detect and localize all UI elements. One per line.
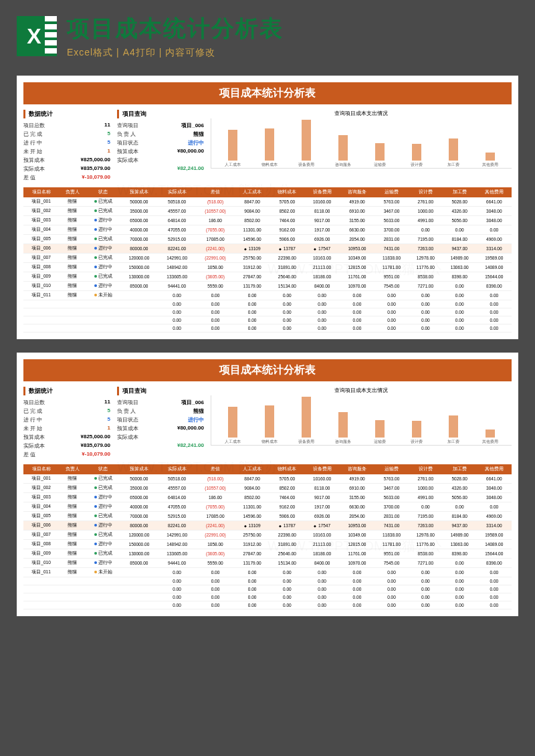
- chart-bar-label: 加工费: [447, 162, 459, 168]
- stats-title-1: 数据统计: [23, 387, 110, 395]
- stats-title-1: 数据统计: [23, 110, 110, 118]
- stat-label: 已 完 成: [23, 130, 42, 138]
- table-header: 人工成本: [235, 187, 270, 197]
- stat-label: 已 完 成: [23, 407, 42, 415]
- stat-value: ¥80,000.00: [177, 148, 204, 155]
- table-header: 咨询服务: [340, 187, 374, 197]
- table-row: 项目_005熊猫已完成70000.0052915.0017085.00 1459…: [23, 512, 512, 521]
- table-header: 状态: [86, 464, 120, 474]
- stat-label: 差 值: [23, 451, 35, 458]
- cost-table: 项目名称负责人状态预算成本实际成本差值人工成本物料成本设备费用咨询服务运输费设计…: [23, 187, 512, 333]
- spreadsheet-page: WWW.TKPPT.COM 熊猫办公WWW.TKPPT.COM 熊猫办公项目成本…: [17, 76, 518, 339]
- stat-value: ¥835,079.00: [81, 165, 111, 173]
- stat-value: ¥825,000.00: [81, 157, 111, 164]
- header-text: 项目成本统计分析表 Excel格式 | A4打印 | 内容可修改: [67, 13, 518, 59]
- chart-bar-label: 设备费用: [298, 439, 314, 445]
- table-row: 项目_004熊猫进行中40000.0047055.00(7055.00) 113…: [23, 502, 512, 512]
- table-header: 设计费: [409, 464, 443, 474]
- chart-bar: [265, 405, 274, 438]
- table-header: 负责人: [59, 464, 86, 474]
- chart-title: 查询项目成本支出情况: [211, 110, 512, 117]
- stat-label: 项目状态: [117, 416, 138, 423]
- cost-table: 项目名称负责人状态预算成本实际成本差值人工成本物料成本设备费用咨询服务运输费设计…: [23, 464, 512, 609]
- stat-value: ¥-10,079.00: [82, 451, 110, 458]
- stat-label: 预算成本: [23, 157, 45, 164]
- stat-value: 5: [108, 416, 110, 423]
- stat-label: 实际成本: [23, 442, 45, 450]
- page-title: 项目成本统计分析表: [23, 359, 512, 381]
- stats-title-2: 项目查询: [117, 387, 204, 395]
- table-header: 人工成本: [235, 464, 270, 474]
- bar-chart: 人工成本物料成本设备费用咨询服务运输费设计费加工费其他费用: [211, 395, 512, 446]
- table-header: 设备费用: [305, 187, 340, 197]
- table-row: 项目_007熊猫已完成120000.00142991.00(22991.00) …: [23, 531, 512, 540]
- chart-bar-label: 物料成本: [261, 162, 278, 168]
- stat-value: 1: [108, 425, 110, 432]
- table-header: 差值: [196, 187, 235, 197]
- table-row: 项目_010熊猫进行中85000.0094441.005559.00 13179…: [23, 282, 512, 291]
- stat-label: 进 行 中: [23, 416, 42, 423]
- chart-bar: [412, 144, 421, 161]
- chart-bar: [302, 397, 311, 438]
- stat-value: 项目_006: [181, 399, 204, 406]
- table-row: 0.000.00 0.00 0.00 0.00 0.00 0.00 0.00 0…: [23, 601, 512, 609]
- stat-label: 查询项目: [117, 122, 138, 129]
- table-row: 项目_008熊猫进行中150000.00148942.001058.00 319…: [23, 263, 512, 272]
- table-row: 项目_006熊猫进行中80000.0082241.00(2241.00) 131…: [23, 521, 512, 531]
- chart-bar: [449, 138, 458, 161]
- chart-bar-label: 人工成本: [225, 439, 241, 445]
- template-header: X 项目成本统计分析表 Excel格式 | A4打印 | 内容可修改: [0, 0, 535, 69]
- table-row: 项目_011熊猫未开始0.000.00 0.00 0.00 0.00 0.00 …: [23, 291, 512, 300]
- table-row: 项目_009熊猫已完成130000.00133605.00(3605.00) 2…: [23, 549, 512, 559]
- stat-value: 熊猫: [193, 407, 204, 415]
- table-header: 物料成本: [270, 464, 304, 474]
- stat-label: 进 行 中: [23, 139, 42, 147]
- chart-bar: [375, 420, 385, 438]
- table-row: 项目_002熊猫已完成35000.0045557.00(10557.00) 90…: [23, 484, 512, 493]
- table-row: 项目_001熊猫已完成50000.0050518.00(518.00) 8847…: [23, 197, 512, 207]
- stat-label: 项目状态: [117, 139, 138, 147]
- table-header: 实际成本: [158, 187, 196, 197]
- table-header: 状态: [86, 187, 120, 197]
- table-row: 0.000.00 0.00 0.00 0.00 0.00 0.00 0.00 0…: [23, 585, 512, 593]
- table-header: 运输费: [374, 464, 409, 474]
- chart-area: 查询项目成本支出情况人工成本物料成本设备费用咨询服务运输费设计费加工费其他费用: [211, 387, 512, 459]
- table-header: 其他费用: [477, 187, 512, 197]
- table-header: 负责人: [59, 187, 86, 197]
- table-row: 0.000.00 0.00 0.00 0.00 0.00 0.00 0.00 0…: [23, 593, 512, 601]
- chart-bar: [375, 143, 385, 161]
- spreadsheet-page: WWW.TKPPT.COM 熊猫办公WWW.TKPPT.COM 熊猫办公项目成本…: [17, 353, 518, 616]
- pages-container: WWW.TKPPT.COM 熊猫办公WWW.TKPPT.COM 熊猫办公项目成本…: [0, 69, 535, 623]
- chart-bar: [265, 128, 274, 161]
- chart-bar: [338, 412, 348, 438]
- bar-chart: 人工成本物料成本设备费用咨询服务运输费设计费加工费其他费用: [211, 118, 512, 169]
- chart-area: 查询项目成本支出情况人工成本物料成本设备费用咨询服务运输费设计费加工费其他费用: [211, 110, 512, 182]
- table-row: 项目_006熊猫进行中80000.0082241.00(2241.00) 131…: [23, 244, 512, 254]
- stat-value: 5: [108, 407, 110, 415]
- table-header: 其他费用: [477, 464, 512, 474]
- chart-bar-label: 设备费用: [298, 162, 314, 168]
- table-row: 0.000.00 0.00 0.00 0.00 0.00 0.00 0.00 0…: [23, 316, 512, 324]
- chart-bar-label: 其他费用: [482, 162, 498, 168]
- table-row: 项目_008熊猫进行中150000.00148942.001058.00 319…: [23, 540, 512, 549]
- stat-label: 实际成本: [117, 434, 138, 441]
- stat-label: 预算成本: [117, 425, 138, 432]
- table-row: 0.000.00 0.00 0.00 0.00 0.00 0.00 0.00 0…: [23, 300, 512, 308]
- table-header: 实际成本: [158, 464, 196, 474]
- table-row: 项目_001熊猫已完成50000.0050518.00(518.00) 8847…: [23, 474, 512, 484]
- table-row: 项目_005熊猫已完成70000.0052915.0017085.00 1459…: [23, 235, 512, 244]
- header-title: 项目成本统计分析表: [67, 13, 518, 44]
- stat-label: 查询项目: [117, 399, 138, 406]
- stat-value: 熊猫: [193, 130, 204, 138]
- table-row: 项目_007熊猫已完成120000.00142991.00(22991.00) …: [23, 254, 512, 263]
- table-header: 项目名称: [23, 187, 59, 197]
- excel-icon: X: [17, 16, 57, 56]
- table-header: 运输费: [374, 187, 409, 197]
- stat-label: 未 开 始: [23, 425, 42, 432]
- stat-label: 预算成本: [23, 434, 45, 441]
- chart-bar: [412, 421, 421, 438]
- chart-bar-label: 加工费: [447, 439, 459, 445]
- chart-bar: [302, 120, 311, 161]
- stat-label: 项目总数: [23, 399, 45, 406]
- table-header: 物料成本: [270, 187, 304, 197]
